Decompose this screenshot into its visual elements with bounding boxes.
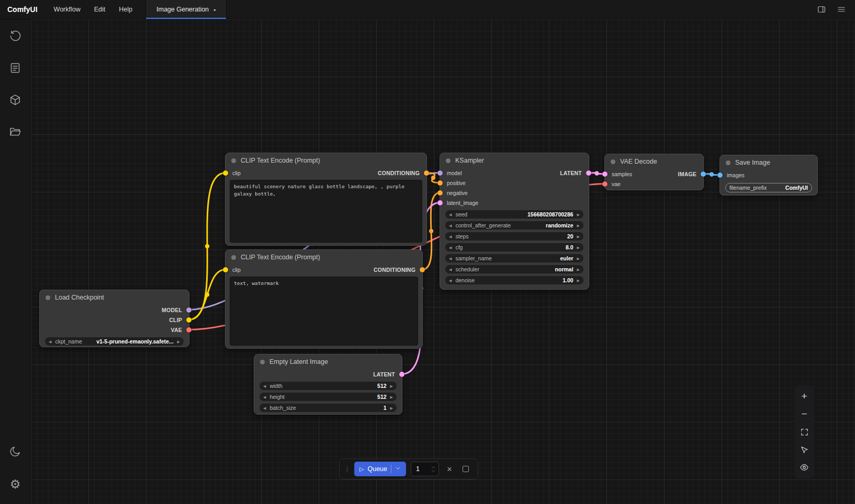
widget-prev-icon[interactable]: ◀ bbox=[263, 395, 266, 399]
node-load-checkpoint[interactable]: Load Checkpoint MODEL CLIP VAE ◀ ckpt_na… bbox=[39, 290, 189, 347]
widget-ckpt-name[interactable]: ◀ ckpt_name v1-5-pruned-emaonly.safete..… bbox=[45, 337, 184, 346]
select-mode-icon[interactable] bbox=[796, 442, 812, 457]
output-slot-latent[interactable] bbox=[586, 170, 591, 176]
input-slot-vae[interactable] bbox=[602, 181, 608, 187]
batch-stepper[interactable] bbox=[431, 466, 436, 473]
zoom-in-button[interactable]: + bbox=[796, 388, 812, 404]
input-slot-latent-image[interactable] bbox=[437, 200, 443, 205]
output-slot-latent[interactable] bbox=[399, 372, 404, 377]
menu-edit[interactable]: Edit bbox=[87, 0, 113, 19]
input-slot-images[interactable] bbox=[717, 173, 723, 178]
widget-next-icon[interactable]: ▶ bbox=[390, 406, 393, 410]
model-library-icon[interactable] bbox=[7, 91, 24, 108]
widget-next-icon[interactable]: ▶ bbox=[577, 246, 580, 249]
node-collapse-dot[interactable] bbox=[611, 159, 615, 164]
interrupt-button[interactable] bbox=[460, 463, 471, 475]
widget-prev-icon[interactable]: ◀ bbox=[449, 279, 452, 282]
node-title-bar[interactable]: Load Checkpoint bbox=[40, 290, 189, 305]
widget-next-icon[interactable]: ▶ bbox=[390, 395, 393, 399]
widget-steps[interactable]: ◀ steps 20 ▶ bbox=[445, 232, 583, 240]
input-slot-positive[interactable] bbox=[437, 180, 443, 186]
widget-next-icon[interactable]: ▶ bbox=[577, 213, 580, 216]
node-canvas[interactable]: Load Checkpoint MODEL CLIP VAE ◀ ckpt_na… bbox=[31, 19, 855, 504]
widget-prev-icon[interactable]: ◀ bbox=[49, 340, 51, 343]
widget-next-icon[interactable]: ▶ bbox=[577, 257, 580, 260]
output-label: LATENT bbox=[373, 371, 395, 377]
widget-prev-icon[interactable]: ◀ bbox=[263, 384, 266, 388]
widget-seed[interactable]: ◀ seed 156680208700286 ▶ bbox=[445, 210, 583, 219]
input-slot-samples[interactable] bbox=[602, 171, 608, 177]
node-save-image[interactable]: Save Image images filename_prefix ComfyU… bbox=[719, 155, 818, 196]
widget-scheduler[interactable]: ◀ scheduler normal ▶ bbox=[445, 265, 583, 273]
widget-next-icon[interactable]: ▶ bbox=[577, 235, 580, 238]
output-slot-vae[interactable] bbox=[186, 327, 192, 333]
input-slot-model[interactable] bbox=[437, 170, 443, 176]
node-collapse-dot[interactable] bbox=[726, 161, 730, 165]
node-title-bar[interactable]: Empty Latent Image bbox=[254, 354, 402, 369]
widget-filename-prefix[interactable]: filename_prefix ComfyUI bbox=[725, 183, 812, 192]
node-title-bar[interactable]: Save Image bbox=[720, 155, 817, 170]
node-title-bar[interactable]: CLIP Text Encode (Prompt) bbox=[226, 153, 426, 168]
widget-prev-icon[interactable]: ◀ bbox=[449, 257, 452, 260]
widget-next-icon[interactable]: ▶ bbox=[577, 224, 580, 227]
menu-workflow[interactable]: Workflow bbox=[47, 0, 87, 19]
widget-prev-icon[interactable]: ◀ bbox=[449, 246, 452, 249]
widget-cfg[interactable]: ◀ cfg 8.0 ▶ bbox=[445, 243, 583, 251]
widget-prev-icon[interactable]: ◀ bbox=[449, 224, 452, 227]
tab-image-generation[interactable]: Image Generation ● bbox=[145, 0, 227, 19]
widget-batch-size[interactable]: ◀ batch_size 1 ▶ bbox=[260, 404, 397, 412]
output-slot-image[interactable] bbox=[701, 171, 706, 177]
settings-gear-icon[interactable]: ⚙ bbox=[7, 476, 24, 492]
widget-sampler-name[interactable]: ◀ sampler_name euler ▶ bbox=[445, 254, 583, 262]
chevron-down-icon[interactable] bbox=[395, 465, 401, 473]
output-slot-conditioning[interactable] bbox=[424, 170, 429, 176]
widget-next-icon[interactable]: ▶ bbox=[390, 384, 393, 388]
output-slot-conditioning[interactable] bbox=[420, 267, 425, 272]
widget-width[interactable]: ◀ width 512 ▶ bbox=[260, 382, 397, 390]
input-slot-negative[interactable] bbox=[437, 190, 443, 196]
node-clip-text-encode-positive[interactable]: CLIP Text Encode (Prompt) clip CONDITION… bbox=[225, 153, 427, 246]
fit-view-icon[interactable] bbox=[796, 424, 812, 440]
widget-control-after-generate[interactable]: ◀ control_after_generate randomize ▶ bbox=[445, 221, 583, 230]
node-title-bar[interactable]: CLIP Text Encode (Prompt) bbox=[226, 250, 422, 265]
node-ksampler[interactable]: KSampler model LATENT positive negative … bbox=[440, 153, 589, 290]
menu-help[interactable]: Help bbox=[112, 0, 139, 19]
clear-queue-button[interactable]: ✕ bbox=[444, 463, 455, 475]
theme-toggle-icon[interactable] bbox=[7, 443, 24, 460]
output-slot-model[interactable] bbox=[186, 307, 192, 313]
prompt-textarea[interactable]: text, watermark bbox=[230, 277, 418, 346]
widget-prev-icon[interactable]: ◀ bbox=[449, 235, 452, 238]
input-slot-clip[interactable] bbox=[223, 267, 228, 272]
node-vae-decode[interactable]: VAE Decode samples IMAGE vae bbox=[604, 154, 704, 190]
node-collapse-dot[interactable] bbox=[231, 255, 236, 260]
node-empty-latent-image[interactable]: Empty Latent Image LATENT ◀ width 512 ▶ … bbox=[254, 354, 402, 415]
node-clip-text-encode-negative[interactable]: CLIP Text Encode (Prompt) clip CONDITION… bbox=[225, 249, 423, 349]
widget-prev-icon[interactable]: ◀ bbox=[449, 268, 452, 271]
hamburger-menu-icon[interactable] bbox=[836, 4, 847, 15]
input-slot-clip[interactable] bbox=[223, 170, 228, 176]
toggle-link-visibility-eye-icon[interactable] bbox=[796, 460, 812, 475]
widget-next-icon[interactable]: ▶ bbox=[177, 340, 180, 343]
queue-button[interactable]: ▷ Queue bbox=[354, 462, 406, 476]
node-collapse-dot[interactable] bbox=[446, 158, 451, 163]
node-title-bar[interactable]: VAE Decode bbox=[605, 154, 703, 169]
node-collapse-dot[interactable] bbox=[231, 158, 236, 163]
widget-next-icon[interactable]: ▶ bbox=[577, 268, 580, 271]
node-title-bar[interactable]: KSampler bbox=[440, 153, 589, 168]
workflows-folder-icon[interactable] bbox=[7, 123, 24, 140]
output-slot-clip[interactable] bbox=[186, 317, 192, 323]
drag-handle-icon[interactable]: ⋮ bbox=[344, 465, 350, 473]
node-library-icon[interactable] bbox=[7, 60, 24, 76]
widget-denoise[interactable]: ◀ denoise 1.00 ▶ bbox=[445, 276, 583, 284]
node-collapse-dot[interactable] bbox=[260, 360, 265, 364]
queue-history-icon[interactable] bbox=[7, 28, 24, 44]
toggle-panel-icon[interactable] bbox=[816, 4, 827, 15]
widget-height[interactable]: ◀ height 512 ▶ bbox=[260, 393, 397, 401]
batch-count-input[interactable]: 1 bbox=[411, 462, 439, 476]
node-collapse-dot[interactable] bbox=[46, 295, 50, 300]
prompt-textarea[interactable]: beautiful scenery nature glass bottle la… bbox=[230, 180, 422, 243]
zoom-out-button[interactable]: − bbox=[796, 406, 812, 422]
widget-prev-icon[interactable]: ◀ bbox=[449, 213, 452, 216]
widget-next-icon[interactable]: ▶ bbox=[577, 279, 580, 282]
widget-prev-icon[interactable]: ◀ bbox=[263, 406, 266, 410]
